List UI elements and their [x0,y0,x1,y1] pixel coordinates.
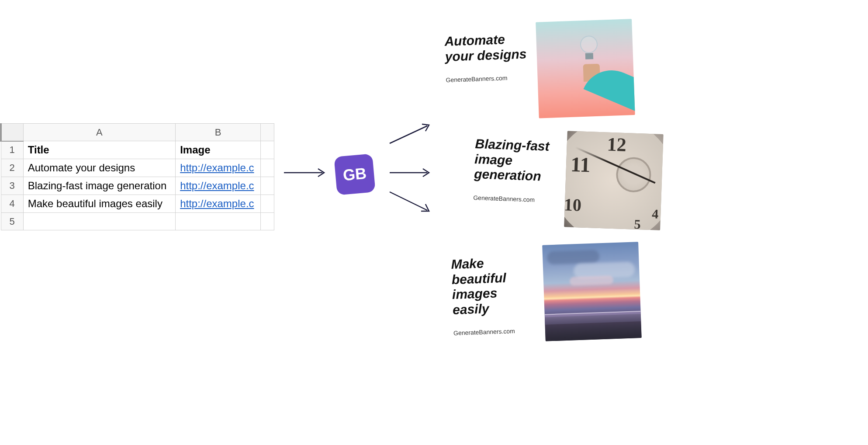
arrow-out-middle-icon [389,166,432,179]
table-row: 3 Blazing-fast image generation http://e… [1,177,274,195]
gb-app-icon: GB [334,153,375,195]
row-number[interactable]: 1 [1,141,23,159]
column-header-c [261,124,274,141]
arrow-in-icon [284,166,328,179]
svg-line-1 [390,126,427,143]
header-image[interactable]: Image [176,141,261,159]
card-footer: GenerateBanners.com [473,194,556,204]
column-header-row: A B [1,124,274,141]
card-footer: GenerateBanners.com [453,327,536,337]
cell-title[interactable]: Blazing-fast image generation [23,177,175,195]
gb-app-label: GB [342,164,367,185]
card-image-clock: 12 11 10 4 5 [564,131,664,230]
cell-image-link[interactable]: http://example.c [176,177,261,195]
row-number[interactable]: 2 [1,159,23,177]
corner-cell [1,124,23,141]
row-number[interactable]: 3 [1,177,23,195]
svg-line-3 [390,192,427,210]
card-title: Automate your designs [444,31,528,64]
generated-card-2: Blazing-fast image generation GenerateBa… [472,128,676,231]
table-row: 1 Title Image [1,141,274,159]
cell-title[interactable]: Make beautiful images easily [23,195,175,213]
table-row: 2 Automate your designs http://example.c [1,159,274,177]
spreadsheet: A B 1 Title Image 2 Automate your design… [0,123,274,230]
card-footer: GenerateBanners.com [446,73,529,83]
cell-image-link[interactable]: http://example.c [176,159,261,177]
row-number[interactable]: 5 [1,213,23,230]
generated-card-3: Make beautiful images easily GenerateBan… [450,241,654,344]
card-title: Make beautiful images easily [451,254,536,317]
card-image-sunset [542,242,642,341]
table-row: 4 Make beautiful images easily http://ex… [1,195,274,213]
table-row: 5 [1,213,274,230]
cell-image-link[interactable]: http://example.c [176,195,261,213]
card-title: Blazing-fast image generation [474,136,558,184]
column-header-a[interactable]: A [23,124,175,141]
row-number[interactable]: 4 [1,195,23,213]
generated-card-1: Automate your designs GenerateBanners.co… [444,18,648,122]
cell-title[interactable]: Automate your designs [23,159,175,177]
card-image-lightbulb [536,19,635,118]
arrow-out-top-icon [389,122,432,144]
header-title[interactable]: Title [23,141,175,159]
arrow-out-bottom-icon [389,190,432,214]
column-header-b[interactable]: B [176,124,261,141]
